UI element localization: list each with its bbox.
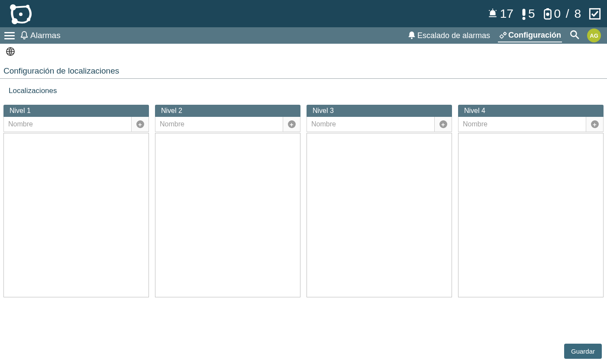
level-add-button-1[interactable]: + [131,117,149,132]
gears-icon [499,31,507,39]
section-alarms-label: Alarmas [30,31,61,40]
level-column-2: Nivel 2 + [155,105,300,297]
sub-header-left: Alarmas [3,29,61,43]
plus-icon: + [136,120,144,128]
level-name-input-4[interactable] [458,117,586,132]
status-alert[interactable]: 5 [521,7,535,21]
save-button[interactable]: Guardar [564,344,602,359]
status-alert-count: 5 [528,7,535,21]
level-input-row-3: + [307,117,452,132]
level-input-row-4: + [458,117,604,132]
tab-escalation-label: Escalado de alarmas [417,31,490,40]
app-logo [6,0,36,27]
svg-point-4 [19,13,23,16]
battery-icon [543,8,552,20]
level-list-3[interactable] [307,133,452,297]
page-title: Configuración de localizaciones [0,58,607,79]
header-status-group: 17 5 0 / 8 [487,7,601,21]
sub-header: Alarmas Escalado de alarmas Configuració… [0,27,607,44]
plus-icon: + [591,120,599,128]
tab-configuration-label: Configuración [508,31,561,40]
level-header-4: Nivel 4 [458,105,604,117]
level-input-row-2: + [155,117,300,132]
level-list-1[interactable] [3,133,149,297]
level-header-1: Nivel 1 [3,105,149,117]
status-battery-right: 8 [574,7,581,21]
breadcrumb-row [0,44,607,58]
level-header-2: Nivel 2 [155,105,300,117]
level-header-3: Nivel 3 [307,105,452,117]
bell-solid-icon [407,31,417,40]
level-add-button-4[interactable]: + [586,117,603,132]
level-add-button-2[interactable]: + [283,117,300,132]
level-list-2[interactable] [155,133,300,297]
top-header: 17 5 0 / 8 [0,0,607,27]
status-battery-sep: / [562,7,572,21]
svg-rect-5 [522,9,525,16]
alarm-light-icon [487,8,498,19]
svg-rect-8 [546,8,549,10]
avatar[interactable]: AG [587,29,601,42]
level-column-4: Nivel 4 + [458,105,604,297]
status-check[interactable] [589,8,601,20]
svg-point-9 [546,13,549,16]
svg-point-6 [522,17,525,20]
plus-icon: + [288,120,296,128]
section-alarms[interactable]: Alarmas [19,30,61,41]
svg-line-15 [576,36,579,39]
level-list-4[interactable] [458,133,604,297]
svg-point-14 [571,31,576,36]
level-column-3: Nivel 3 + [307,105,452,297]
status-alarm[interactable]: 17 [487,7,513,21]
checkbox-icon [589,8,601,20]
avatar-initials: AG [590,32,598,39]
tab-escalation[interactable]: Escalado de alarmas [406,29,491,42]
level-name-input-1[interactable] [4,117,131,132]
levels-container: Nivel 1 + Nivel 2 + Nivel 3 + Nivel [0,105,607,297]
subsection-title: Localizaciones [0,87,607,95]
level-input-row-1: + [3,117,149,132]
tab-configuration[interactable]: Configuración [498,29,562,42]
exclamation-icon [521,8,526,20]
menu-button[interactable] [3,29,16,43]
logo-icon [6,3,36,25]
level-name-input-2[interactable] [155,117,283,132]
level-name-input-3[interactable] [307,117,434,132]
status-alarm-count: 17 [500,7,513,21]
search-icon [569,29,580,40]
svg-point-12 [500,35,503,38]
sub-header-right: Escalado de alarmas Configuración AG [406,29,601,42]
svg-point-11 [411,38,413,39]
globe-icon [5,46,16,57]
globe-button[interactable] [5,51,16,58]
status-battery[interactable]: 0 / 8 [543,7,581,21]
svg-point-13 [504,32,506,35]
bell-outline-icon [19,30,29,41]
level-column-1: Nivel 1 + [3,105,149,297]
level-add-button-3[interactable]: + [434,117,452,132]
plus-icon: + [439,120,447,128]
status-battery-left: 0 [554,7,561,21]
search-button[interactable] [569,29,580,42]
